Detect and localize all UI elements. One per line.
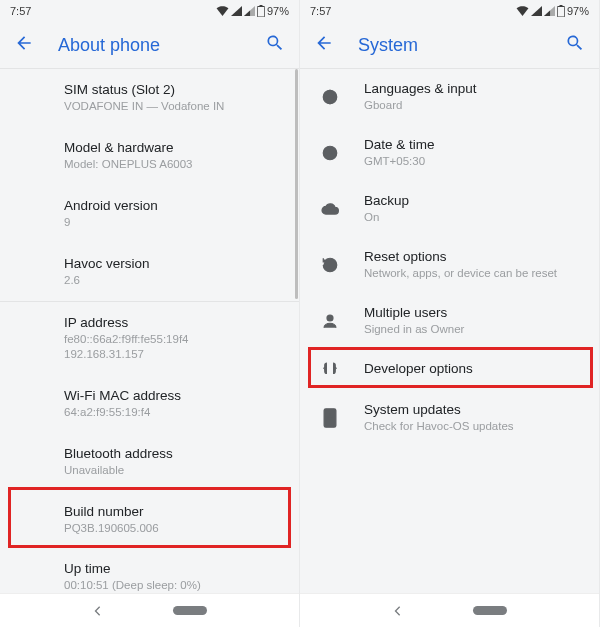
signal-icon-2 — [544, 6, 555, 16]
settings-row[interactable]: IP addressfe80::66a2:f9ff:fe55:19f4 192.… — [64, 302, 283, 375]
signal-icon — [531, 6, 542, 16]
row-subtitle: Model: ONEPLUS A6003 — [64, 157, 283, 172]
nav-bar — [300, 593, 599, 627]
screenshot-system: 7:57 97% System Languages & inputGboardD… — [300, 0, 600, 627]
svg-rect-0 — [257, 7, 265, 18]
row-subtitle: Unavailable — [64, 463, 283, 478]
scrollbar[interactable] — [295, 69, 298, 299]
row-subtitle: 9 — [64, 215, 283, 230]
row-title: Up time — [64, 561, 283, 576]
row-subtitle: Network, apps, or device can be reset — [364, 266, 583, 281]
battery-percent: 97% — [267, 5, 289, 17]
svg-rect-2 — [557, 7, 565, 18]
battery-icon — [557, 5, 565, 17]
row-subtitle: 2.6 — [64, 273, 283, 288]
wifi-icon — [216, 6, 229, 16]
settings-row[interactable]: SIM status (Slot 2)VODAFONE IN — Vodafon… — [64, 69, 283, 127]
svg-point-6 — [327, 315, 333, 321]
nav-back-button[interactable] — [93, 606, 103, 616]
settings-row[interactable]: Reset optionsNetwork, apps, or device ca… — [316, 237, 583, 293]
row-subtitle: Check for Havoc-OS updates — [364, 419, 583, 434]
row-title: IP address — [64, 315, 283, 330]
settings-row[interactable]: BackupOn — [316, 181, 583, 237]
row-subtitle: PQ3B.190605.006 — [64, 521, 283, 536]
status-icons: 97% — [216, 5, 289, 17]
settings-row[interactable]: Havoc version2.6 — [64, 243, 283, 301]
settings-row[interactable]: Developer options — [316, 349, 583, 390]
nav-back-button[interactable] — [393, 606, 403, 616]
restore-icon — [316, 256, 344, 274]
settings-row[interactable]: Bluetooth addressUnavailable — [64, 433, 283, 491]
page-title: About phone — [58, 35, 241, 56]
row-title: SIM status (Slot 2) — [64, 82, 283, 97]
settings-row[interactable]: Model & hardwareModel: ONEPLUS A6003 — [64, 127, 283, 185]
braces-icon — [316, 362, 344, 376]
status-bar: 7:57 97% — [0, 0, 299, 22]
cloud-icon — [316, 201, 344, 217]
settings-row[interactable]: Build numberPQ3B.190605.006 — [64, 491, 283, 549]
settings-row[interactable]: Android version9 — [64, 185, 283, 243]
screenshot-about-phone: 7:57 97% About phone SIM status (Slot 2)… — [0, 0, 300, 627]
row-title: Backup — [364, 193, 583, 208]
back-button[interactable] — [314, 33, 334, 57]
app-bar: System — [300, 22, 599, 68]
settings-row[interactable]: Date & timeGMT+05:30 — [316, 125, 583, 181]
status-time: 7:57 — [10, 5, 31, 17]
row-title: Android version — [64, 198, 283, 213]
row-subtitle: 64:a2:f9:55:19:f4 — [64, 405, 283, 420]
nav-bar — [0, 593, 299, 627]
phone-update-icon — [316, 408, 344, 428]
row-title: Developer options — [364, 361, 583, 376]
row-title: Multiple users — [364, 305, 583, 320]
search-button[interactable] — [565, 33, 585, 57]
settings-list: SIM status (Slot 2)VODAFONE IN — Vodafon… — [0, 69, 299, 593]
status-bar: 7:57 97% — [300, 0, 599, 22]
search-button[interactable] — [265, 33, 285, 57]
row-title: Build number — [64, 504, 283, 519]
row-title: Reset options — [364, 249, 583, 264]
settings-row[interactable]: Multiple usersSigned in as Owner — [316, 293, 583, 349]
wifi-icon — [516, 6, 529, 16]
row-subtitle: On — [364, 210, 583, 225]
settings-row[interactable]: Languages & inputGboard — [316, 69, 583, 125]
status-icons: 97% — [516, 5, 589, 17]
svg-rect-1 — [259, 5, 262, 7]
row-title: Date & time — [364, 137, 583, 152]
app-bar: About phone — [0, 22, 299, 68]
settings-list: Languages & inputGboardDate & timeGMT+05… — [300, 69, 599, 593]
row-title: Model & hardware — [64, 140, 283, 155]
row-subtitle: fe80::66a2:f9ff:fe55:19f4 192.168.31.157 — [64, 332, 283, 362]
settings-row[interactable]: Up time00:10:51 (Deep sleep: 0%) — [64, 548, 283, 593]
nav-home-pill[interactable] — [473, 606, 507, 615]
globe-icon — [316, 88, 344, 106]
settings-row[interactable]: System updatesCheck for Havoc-OS updates — [316, 390, 583, 446]
page-title: System — [358, 35, 541, 56]
row-title: Bluetooth address — [64, 446, 283, 461]
row-subtitle: Gboard — [364, 98, 583, 113]
row-subtitle: Signed in as Owner — [364, 322, 583, 337]
clock-icon — [316, 144, 344, 162]
row-title: System updates — [364, 402, 583, 417]
row-subtitle: VODAFONE IN — Vodafone IN — [64, 99, 283, 114]
row-subtitle: 00:10:51 (Deep sleep: 0%) — [64, 578, 283, 593]
battery-icon — [257, 5, 265, 17]
row-title: Languages & input — [364, 81, 583, 96]
settings-row[interactable]: Wi-Fi MAC address64:a2:f9:55:19:f4 — [64, 375, 283, 433]
row-title: Havoc version — [64, 256, 283, 271]
row-title: Wi-Fi MAC address — [64, 388, 283, 403]
signal-icon-2 — [244, 6, 255, 16]
status-time: 7:57 — [310, 5, 331, 17]
svg-rect-3 — [559, 5, 562, 7]
person-icon — [316, 312, 344, 330]
nav-home-pill[interactable] — [173, 606, 207, 615]
back-button[interactable] — [14, 33, 34, 57]
row-subtitle: GMT+05:30 — [364, 154, 583, 169]
signal-icon — [231, 6, 242, 16]
battery-percent: 97% — [567, 5, 589, 17]
